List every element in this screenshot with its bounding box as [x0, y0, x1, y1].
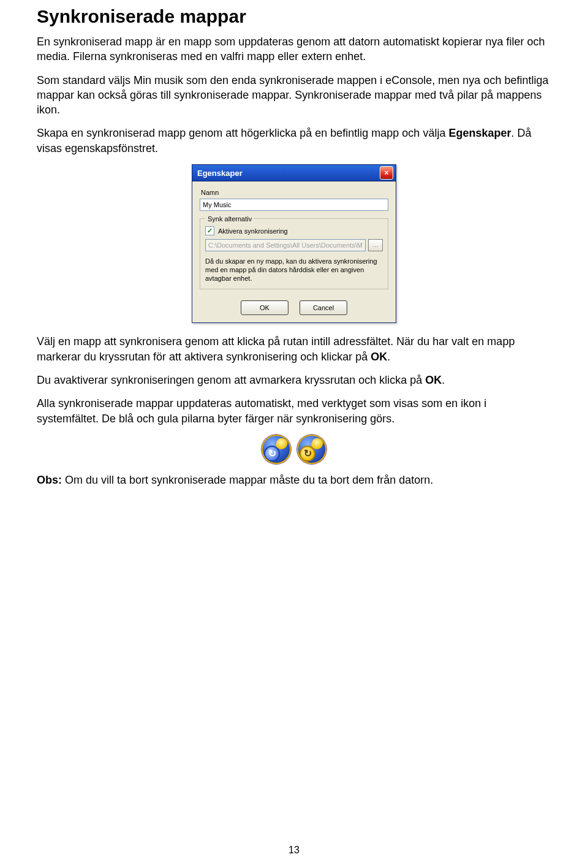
close-button[interactable]: × — [380, 166, 393, 180]
paragraph-create: Skapa en synkroniserad mapp genom att hö… — [37, 126, 551, 156]
cancel-button[interactable]: Cancel — [300, 300, 347, 315]
enable-sync-label: Aktivera synkronisering — [218, 227, 288, 235]
paragraph-deactivate-a: Du avaktiverar synkroniseringen genom at… — [37, 374, 425, 386]
paragraph-select-bold: OK — [371, 351, 387, 363]
paragraph-create-a: Skapa en synkroniserad mapp genom att hö… — [37, 127, 448, 139]
path-input[interactable] — [205, 239, 366, 251]
page-title: Synkroniserade mappar — [37, 6, 551, 27]
enable-sync-checkbox[interactable]: ✓ — [205, 226, 214, 235]
dialog-titlebar[interactable]: Egenskaper × — [192, 165, 396, 181]
paragraph-deactivate: Du avaktiverar synkroniseringen genom at… — [37, 373, 551, 387]
paragraph-select-c: . — [387, 351, 390, 363]
paragraph-select-folder: Välj en mapp att synkronisera genom att … — [37, 334, 551, 364]
ok-button[interactable]: OK — [241, 300, 288, 315]
paragraph-select-a: Välj en mapp att synkronisera genom att … — [37, 335, 514, 362]
paragraph-note: Obs: Om du vill ta bort synkroniserade m… — [37, 473, 551, 487]
paragraph-deactivate-bold: OK — [425, 374, 442, 386]
dialog-title: Egenskaper — [197, 169, 380, 178]
refresh-arrow-blue-icon: ↻ — [264, 446, 280, 462]
paragraph-create-bold: Egenskaper — [448, 127, 511, 139]
sync-description: Då du skapar en ny mapp, kan du aktivera… — [205, 257, 383, 283]
note-text: Om du vill ta bort synkroniserade mappar… — [62, 474, 433, 486]
name-label: Namn — [201, 189, 388, 196]
paragraph-intro: En synkroniserad mapp är en mapp som upp… — [37, 34, 551, 64]
properties-dialog: Egenskaper × Namn Synk alternativ ✓ A — [192, 164, 396, 323]
note-label: Obs: — [37, 474, 62, 486]
sync-status-icons: ↻ ↻ — [37, 435, 551, 464]
paragraph-default: Som standard väljs Min musik som den end… — [37, 73, 551, 118]
globe-yellow-arrow-icon: ↻ — [297, 435, 326, 464]
close-icon: × — [384, 169, 388, 177]
paragraph-deactivate-c: . — [442, 374, 445, 386]
refresh-arrow-yellow-icon: ↻ — [300, 446, 315, 462]
name-input[interactable] — [200, 199, 388, 211]
paragraph-auto-update: Alla synkroniserade mappar uppdateras au… — [37, 396, 551, 426]
check-icon: ✓ — [207, 227, 213, 234]
browse-button[interactable]: ... — [368, 239, 383, 251]
globe-blue-arrow-icon: ↻ — [262, 435, 291, 464]
page-number: 13 — [0, 845, 588, 856]
sync-legend: Synk alternativ — [205, 215, 254, 223]
